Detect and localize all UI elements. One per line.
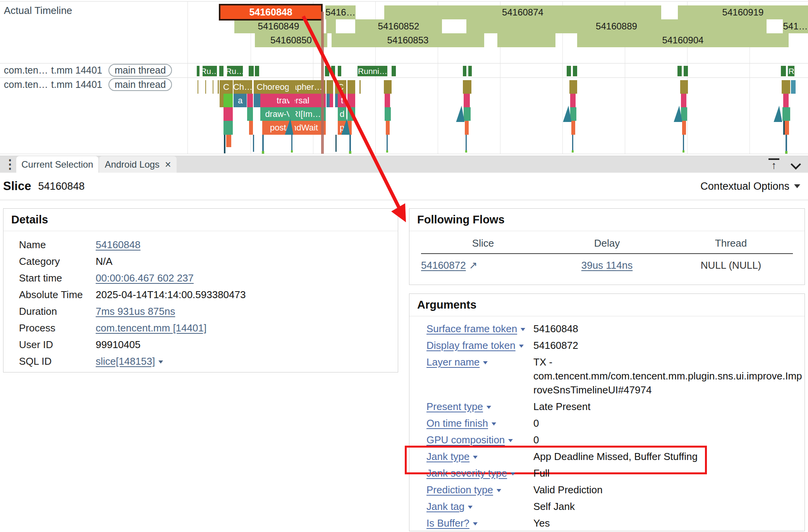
argument-key-link[interactable]: GPU composition — [426, 434, 505, 446]
thread-slice[interactable] — [220, 94, 223, 107]
thread-slice[interactable] — [683, 150, 684, 153]
argument-key-link[interactable]: Jank type — [426, 451, 469, 462]
thread-slice[interactable] — [289, 80, 296, 94]
frame-slice[interactable]: 54160849 — [234, 19, 323, 33]
running-slice[interactable] — [219, 66, 224, 76]
frame-slice[interactable] — [497, 33, 555, 47]
thread-track-label[interactable]: com.ten…t.mm 14401main thread — [0, 63, 172, 77]
frame-slice[interactable]: 54160853 — [332, 33, 484, 47]
thread-slice[interactable] — [327, 80, 333, 94]
detail-value[interactable]: 54160848 — [96, 239, 141, 251]
thread-slice[interactable] — [349, 135, 351, 153]
thread-slice[interactable] — [384, 80, 392, 94]
caret-down-icon[interactable] — [483, 361, 488, 364]
running-slice[interactable] — [255, 66, 260, 76]
thread-slice[interactable] — [386, 150, 388, 153]
close-icon[interactable]: × — [165, 159, 171, 171]
thread-slice[interactable] — [347, 80, 355, 94]
running-slice[interactable] — [567, 66, 571, 76]
running-slice[interactable] — [392, 66, 396, 76]
argument-key-link[interactable]: Layer name — [426, 356, 480, 368]
thread-slice[interactable] — [782, 80, 790, 94]
thread-slice[interactable] — [464, 94, 470, 107]
delay-link[interactable]: 39us 114ns — [581, 259, 633, 271]
argument-key-link[interactable]: Display frame token — [426, 340, 516, 351]
argument-key-link[interactable]: Is Buffer? — [426, 517, 469, 529]
thread-slice[interactable] — [198, 80, 198, 94]
running-slice[interactable]: Ru… — [227, 66, 243, 76]
selected-frame-slice[interactable]: 54160848 — [219, 4, 323, 21]
caret-down-icon[interactable] — [519, 345, 524, 348]
thread-slice[interactable] — [224, 135, 225, 153]
running-slice[interactable] — [468, 66, 472, 76]
timeline-canvas[interactable]: Actual Timeline 5416…5416087454160919541… — [0, 0, 808, 155]
thread-slice[interactable] — [786, 135, 787, 153]
thread-slice[interactable] — [683, 135, 684, 152]
thread-slice[interactable] — [682, 121, 686, 135]
collapse-to-top-icon[interactable]: ↑ — [767, 158, 781, 172]
thread-slice[interactable] — [465, 121, 469, 135]
thread-slice[interactable] — [291, 135, 292, 152]
thread-slice[interactable] — [262, 151, 264, 154]
running-slice[interactable] — [197, 66, 200, 76]
caret-down-icon[interactable] — [468, 506, 473, 509]
thread-slice[interactable] — [783, 94, 789, 107]
thread-slice[interactable] — [347, 94, 355, 107]
argument-key-link[interactable]: On time finish — [426, 417, 488, 429]
tab-current-selection[interactable]: Current Selection — [16, 156, 98, 173]
argument-key-link[interactable]: Jank severity type — [426, 467, 507, 479]
running-slice[interactable]: Runni… — [358, 66, 388, 76]
thread-slice[interactable] — [463, 80, 471, 94]
running-slice[interactable] — [781, 66, 786, 76]
thread-slice[interactable] — [249, 121, 253, 135]
caret-down-icon[interactable] — [511, 472, 515, 475]
thread-slice[interactable] — [223, 121, 233, 135]
running-slice[interactable] — [677, 66, 682, 76]
thread-slice[interactable] — [572, 150, 574, 153]
thread-slice[interactable] — [466, 135, 467, 152]
thread-slice[interactable] — [572, 135, 573, 152]
argument-key-link[interactable]: Surface frame token — [426, 323, 517, 335]
thread-slice[interactable] — [386, 121, 390, 135]
caret-down-icon[interactable] — [473, 522, 478, 525]
thread-slice[interactable] — [254, 94, 260, 107]
thread-slice[interactable] — [218, 80, 219, 94]
thread-slice[interactable] — [335, 94, 338, 107]
running-slice[interactable] — [684, 66, 688, 76]
running-slice[interactable] — [463, 66, 467, 76]
thread-slice[interactable] — [791, 80, 796, 94]
thread-slice[interactable]: C — [220, 80, 233, 94]
thread-slice[interactable] — [223, 107, 233, 121]
contextual-options-button[interactable]: Contextual Options — [700, 180, 800, 192]
thread-slice[interactable] — [247, 107, 253, 121]
caret-down-icon[interactable] — [473, 456, 478, 459]
running-slice[interactable] — [249, 66, 254, 76]
running-slice[interactable]: Ru… — [203, 66, 217, 76]
thread-slice[interactable] — [213, 80, 213, 94]
thread-slice[interactable] — [205, 80, 206, 94]
thread-slice[interactable] — [247, 94, 253, 107]
thread-slice[interactable] — [785, 121, 789, 135]
detail-value[interactable]: 7ms 931us 875ns — [96, 305, 175, 317]
link-out-icon[interactable]: ↗ — [469, 259, 478, 271]
slice-link[interactable]: 54160872 — [421, 259, 466, 271]
thread-slice[interactable] — [785, 151, 787, 154]
thread-track-label[interactable]: com.ten…t.mm 14401main thread — [0, 77, 172, 92]
frame-slice[interactable]: 54160889 — [466, 19, 767, 33]
thread-slice[interactable] — [385, 107, 391, 121]
thread-slice[interactable] — [327, 94, 330, 107]
caret-down-icon[interactable] — [487, 406, 491, 409]
argument-key-link[interactable]: Jank tag — [426, 501, 464, 512]
argument-key-link[interactable]: Prediction type — [426, 484, 493, 496]
frame-slice[interactable]: 54160919 — [678, 5, 808, 19]
caret-down-icon[interactable] — [521, 328, 525, 331]
thread-slice[interactable]: t — [338, 94, 346, 107]
thread-slice[interactable] — [291, 150, 293, 153]
thread-slice[interactable] — [335, 135, 337, 152]
thread-slice[interactable] — [349, 151, 351, 154]
detail-value[interactable]: slice[148153] — [96, 355, 163, 367]
thread-slice[interactable] — [330, 94, 333, 107]
thread-slice[interactable] — [571, 121, 575, 135]
overflow-menu-icon[interactable]: ⋮ — [4, 157, 16, 172]
thread-slice[interactable] — [387, 135, 388, 152]
